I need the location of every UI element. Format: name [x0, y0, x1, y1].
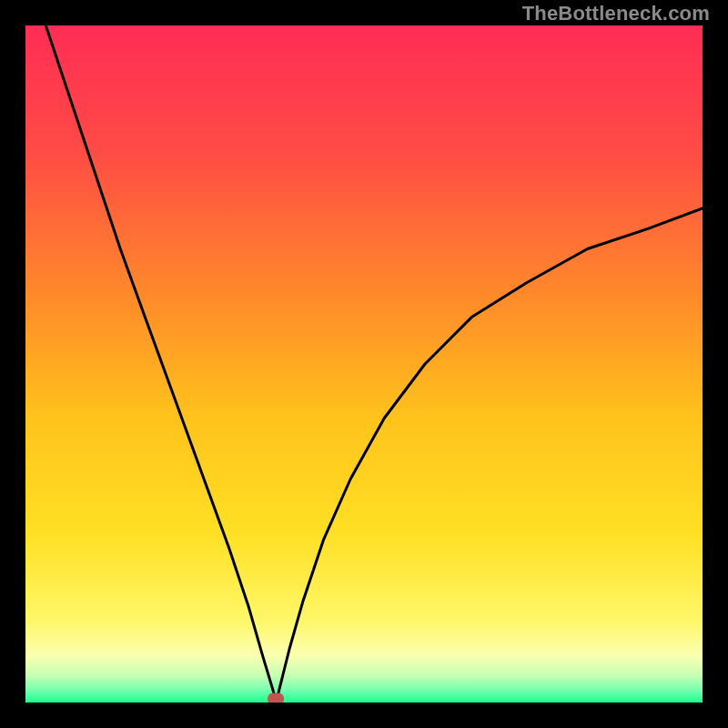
plot-area [25, 25, 703, 703]
outer-frame: TheBottleneck.com [0, 0, 728, 728]
bottleneck-curve [25, 25, 703, 703]
attribution-text: TheBottleneck.com [522, 2, 710, 25]
optimal-point-marker [268, 693, 284, 703]
